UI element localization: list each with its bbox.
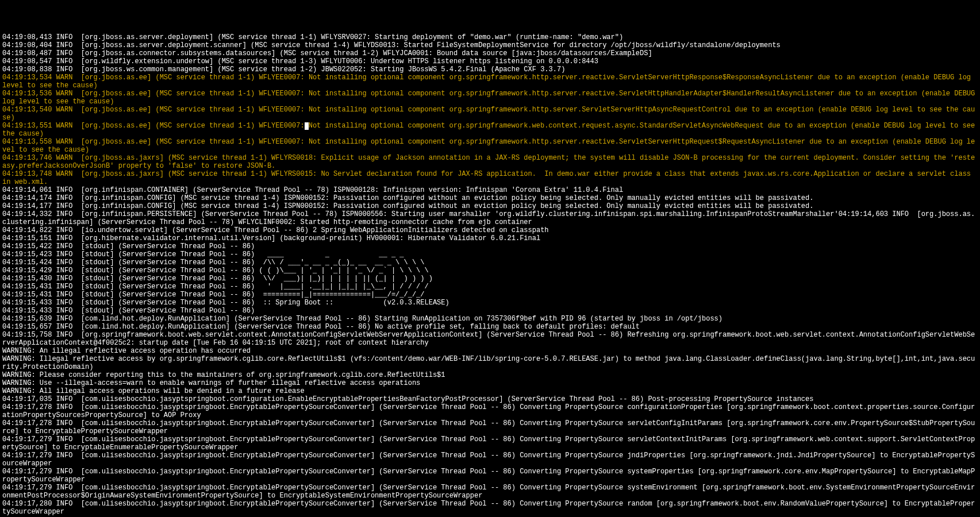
log-line: 04:19:17,279 INFO [com.ulisesbocchio.jas… [2,452,978,468]
log-line: WARNING: All illegal access operations w… [2,387,978,395]
text-cursor [305,122,309,130]
log-line: 04:19:17,035 INFO [com.ulisesbocchio.jas… [2,395,978,403]
log-line: 04:19:15,657 INFO [com.lind.hot.deploy.R… [2,323,978,331]
log-line: 04:19:17,279 INFO [com.ulisesbocchio.jas… [2,435,978,452]
log-line: 04:19:14,822 INFO [io.undertow.servlet] … [2,226,978,234]
log-line: 04:19:15,758 INFO [org.springframework.b… [2,331,978,347]
log-line: 04:19:14,174 INFO [org.infinispan.CONFIG… [2,194,978,202]
log-line: WARNING: An illegal reflective access op… [2,347,978,355]
log-line: 04:19:15,433 INFO [stdout] (ServerServic… [2,299,978,307]
log-line: 04:19:17,279 INFO [com.ulisesbocchio.jas… [2,468,978,484]
log-line: 04:19:15,151 INFO [org.hibernate.validat… [2,234,978,242]
log-line: 04:19:08,547 INFO [org.wildfly.extension… [2,57,978,65]
log-lines: 04:19:08,413 INFO [org.jboss.as.server.d… [2,33,978,516]
log-line: WARNING: Use --illegal-access=warn to en… [2,379,978,387]
log-line: 04:19:13,534 WARN [org.jboss.as.ee] (MSC… [2,74,978,90]
log-line: 04:19:14,177 INFO [org.infinispan.CONFIG… [2,202,978,210]
log-line: 04:19:08,404 INFO [org.jboss.as.server.d… [2,41,978,49]
log-line: 04:19:13,536 WARN [org.jboss.as.ee] (MSC… [2,90,978,106]
log-line: 04:19:14,061 INFO [org.infinispan.CONTAI… [2,186,978,194]
terminal-output: { "lines": [ {"cls":"info","text":"04:19… [0,16,980,517]
log-line: 04:19:15,423 INFO [stdout] (ServerServic… [2,250,978,258]
log-line: 04:19:13,540 WARN [org.jboss.as.ee] (MSC… [2,106,978,122]
log-line: 04:19:15,422 INFO [stdout] (ServerServic… [2,242,978,250]
log-line: 04:19:17,280 INFO [com.ulisesbocchio.jas… [2,500,978,516]
log-line: 04:19:17,279 INFO [com.ulisesbocchio.jas… [2,484,978,500]
log-line: 04:19:15,424 INFO [stdout] (ServerServic… [2,258,978,267]
log-line: 04:19:15,431 INFO [stdout] (ServerServic… [2,283,978,291]
log-line: WARNING: Please consider reporting this … [2,371,978,379]
log-line: WARNING: Illegal reflective access by or… [2,355,978,371]
log-line: 04:19:13,746 WARN [org.jboss.as.jaxrs] (… [2,154,978,170]
log-line: 04:19:13,558 WARN [org.jboss.as.ee] (MSC… [2,138,978,154]
log-line: 04:19:17,278 INFO [com.ulisesbocchio.jas… [2,403,978,419]
log-line: 04:19:15,430 INFO [stdout] (ServerServic… [2,275,978,283]
log-line: 04:19:08,413 INFO [org.jboss.as.server.d… [2,33,978,41]
log-line: 04:19:14,332 INFO [org.infinispan.PERSIS… [2,210,978,226]
log-line: 04:19:08,838 INFO [org.jboss.ws.common.m… [2,65,978,74]
log-line: 04:19:15,429 INFO [stdout] (ServerServic… [2,267,978,275]
log-line: 04:19:15,639 INFO [com.lind.hot.deploy.R… [2,315,978,323]
log-line: 04:19:13,748 WARN [org.jboss.as.jaxrs] (… [2,170,978,186]
log-line: 04:19:13,551 WARN [org.jboss.as.ee] (MSC… [2,122,978,138]
log-line: 04:19:17,278 INFO [com.ulisesbocchio.jas… [2,419,978,435]
log-line: 04:19:15,433 INFO [stdout] (ServerServic… [2,307,978,315]
log-line: 04:19:08,487 INFO [org.jboss.as.connecto… [2,49,978,57]
log-line: 04:19:15,431 INFO [stdout] (ServerServic… [2,291,978,299]
